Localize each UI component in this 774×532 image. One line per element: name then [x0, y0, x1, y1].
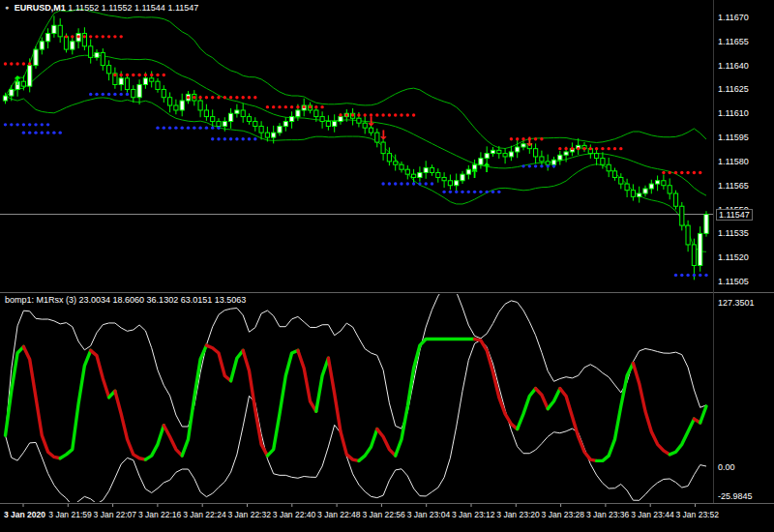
candle-body [259, 127, 263, 133]
sell-semafor-dot [582, 147, 585, 150]
candle-body [235, 110, 239, 113]
candle-body [339, 117, 342, 122]
sell-semafor-dot [309, 105, 312, 108]
candle-body [357, 118, 361, 123]
candle-body [162, 89, 165, 97]
buy-semafor-dot [15, 123, 18, 126]
candle-body [442, 177, 446, 180]
buy-semafor-dot [126, 93, 129, 96]
candle-body [204, 110, 208, 117]
sell-semafor-dot [284, 105, 287, 108]
candle-body [424, 168, 428, 173]
sell-semafor-dot [266, 105, 269, 108]
sell-semafor-dot [253, 96, 256, 99]
buy-semafor-dot [168, 126, 171, 129]
candle-body [95, 52, 99, 57]
rsx-line-up [145, 426, 164, 459]
buy-semafor-dot [95, 93, 98, 96]
sell-semafor-dot [412, 113, 415, 116]
candle-body [290, 117, 294, 122]
sell-semafor-dot [217, 96, 220, 99]
buy-semafor-dot [534, 164, 537, 167]
sell-semafor-dot [113, 35, 116, 38]
sell-semafor-dot [669, 171, 671, 174]
buy-semafor-dot [552, 164, 555, 167]
sell-semafor-dot [303, 105, 306, 108]
candle-body [405, 169, 409, 174]
candle-body [516, 147, 520, 152]
price-pane[interactable]: ↑↓↓↑↑↓ [0, 9, 713, 280]
sell-semafor-dot [120, 74, 123, 76]
buy-semafor-dot [486, 191, 489, 193]
sell-semafor-dot [540, 137, 543, 140]
sell-semafor-dot [132, 74, 134, 76]
buy-semafor-dot [431, 182, 433, 185]
buy-semafor-dot [253, 137, 256, 140]
sell-semafor-dot [693, 171, 696, 174]
candle-body [253, 122, 257, 127]
sell-arrow-icon: ↓ [524, 134, 535, 149]
candle-body [326, 122, 330, 127]
candle-body [247, 117, 251, 122]
rsx-line-up [518, 389, 536, 429]
candle-body [612, 171, 616, 178]
buy-semafor-dot [229, 137, 232, 140]
sell-semafor-dot [144, 74, 147, 76]
candle-body [107, 66, 111, 74]
candle-body [662, 181, 666, 186]
candle-body [638, 193, 641, 196]
candle-body [314, 110, 318, 117]
candle-body [241, 110, 245, 117]
sell-semafor-dot [83, 35, 86, 38]
sell-semafor-dot [589, 147, 592, 150]
buy-semafor-dot [547, 164, 550, 167]
candle-body [10, 89, 14, 96]
sell-semafor-dot [107, 35, 110, 38]
sell-semafor-dot [595, 147, 598, 150]
sell-semafor-dot [674, 171, 677, 174]
buy-semafor-dot [442, 191, 445, 193]
bb-upper-band [6, 9, 707, 148]
rsx-line-up [267, 350, 298, 456]
candle-body [503, 154, 507, 157]
buy-semafor-dot [461, 191, 463, 193]
sell-semafor-dot [193, 96, 195, 99]
candle-body [455, 181, 459, 186]
candle-body [643, 189, 647, 193]
sell-semafor-dot [71, 35, 74, 38]
sell-semafor-dot [272, 105, 275, 108]
indicator-pane[interactable] [6, 284, 707, 506]
sell-semafor-dot [278, 105, 281, 108]
buy-semafor-dot [521, 164, 524, 167]
rsx-line-down [328, 358, 359, 460]
buy-semafor-dot [473, 191, 476, 193]
buy-semafor-dot [418, 182, 421, 185]
candle-body [607, 164, 610, 171]
buy-semafor-dot [34, 131, 37, 133]
buy-semafor-dot [34, 123, 37, 126]
candle-body [546, 162, 550, 164]
buy-semafor-dot [4, 123, 7, 126]
buy-semafor-dot [41, 131, 44, 133]
rsx-line-up [700, 406, 706, 423]
buy-semafor-dot [491, 191, 494, 193]
candle-body [64, 37, 68, 49]
buy-semafor-dot [455, 191, 458, 193]
buy-semafor-dot [41, 123, 44, 126]
sell-semafor-dot [150, 74, 153, 76]
buy-semafor-dot [187, 126, 190, 129]
candle-body [369, 128, 372, 133]
sell-semafor-dot [400, 113, 402, 116]
candle-body [58, 25, 62, 37]
osc-lower-band [6, 340, 707, 506]
buy-semafor-dot [235, 137, 238, 140]
sell-semafor-dot [608, 147, 610, 150]
candle-body [668, 186, 671, 193]
candle-body [168, 98, 172, 105]
candle-body [211, 117, 215, 122]
sell-semafor-dot [89, 35, 92, 38]
sell-semafor-dot [394, 113, 397, 116]
sell-semafor-dot [248, 96, 251, 99]
chart-canvas[interactable]: ↑↓↓↑↑↓ [0, 0, 774, 532]
candle-body [704, 215, 708, 234]
